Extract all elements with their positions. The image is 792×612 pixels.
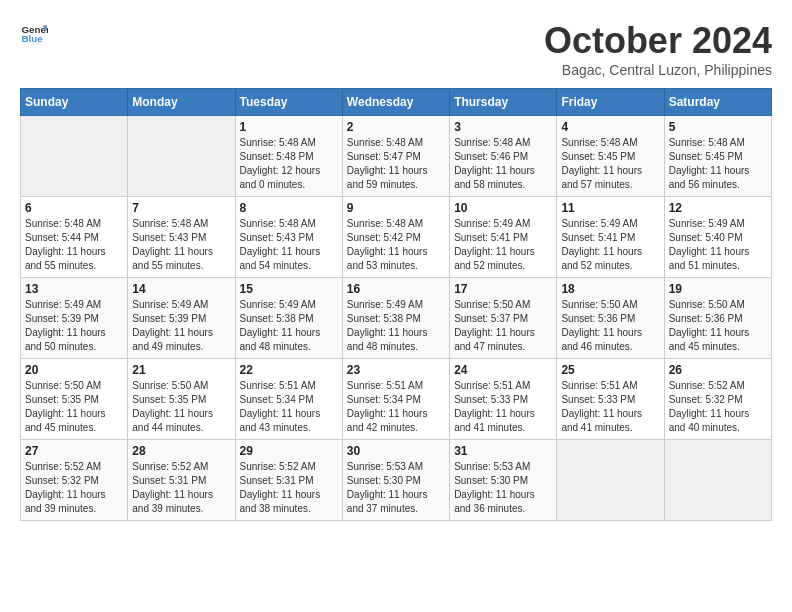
day-number: 22 [240,363,338,377]
table-row: 11 Sunrise: 5:49 AMSunset: 5:41 PMDaylig… [557,197,664,278]
day-number: 11 [561,201,659,215]
day-info: Sunrise: 5:52 AMSunset: 5:32 PMDaylight:… [669,379,767,435]
page-header: General Blue October 2024 Bagac, Central… [20,20,772,78]
calendar-week-row: 13 Sunrise: 5:49 AMSunset: 5:39 PMDaylig… [21,278,772,359]
day-info: Sunrise: 5:48 AMSunset: 5:45 PMDaylight:… [561,136,659,192]
day-number: 27 [25,444,123,458]
day-number: 13 [25,282,123,296]
table-row: 14 Sunrise: 5:49 AMSunset: 5:39 PMDaylig… [128,278,235,359]
table-row [664,440,771,521]
day-info: Sunrise: 5:53 AMSunset: 5:30 PMDaylight:… [347,460,445,516]
calendar-week-row: 6 Sunrise: 5:48 AMSunset: 5:44 PMDayligh… [21,197,772,278]
day-number: 6 [25,201,123,215]
table-row: 23 Sunrise: 5:51 AMSunset: 5:34 PMDaylig… [342,359,449,440]
day-info: Sunrise: 5:49 AMSunset: 5:38 PMDaylight:… [347,298,445,354]
day-number: 17 [454,282,552,296]
day-info: Sunrise: 5:48 AMSunset: 5:42 PMDaylight:… [347,217,445,273]
table-row: 5 Sunrise: 5:48 AMSunset: 5:45 PMDayligh… [664,116,771,197]
day-number: 16 [347,282,445,296]
svg-text:Blue: Blue [21,33,43,44]
logo-icon: General Blue [20,20,48,48]
table-row [21,116,128,197]
table-row: 6 Sunrise: 5:48 AMSunset: 5:44 PMDayligh… [21,197,128,278]
table-row [557,440,664,521]
day-info: Sunrise: 5:49 AMSunset: 5:39 PMDaylight:… [25,298,123,354]
table-row: 19 Sunrise: 5:50 AMSunset: 5:36 PMDaylig… [664,278,771,359]
table-row: 8 Sunrise: 5:48 AMSunset: 5:43 PMDayligh… [235,197,342,278]
table-row: 31 Sunrise: 5:53 AMSunset: 5:30 PMDaylig… [450,440,557,521]
calendar-table: Sunday Monday Tuesday Wednesday Thursday… [20,88,772,521]
calendar-week-row: 20 Sunrise: 5:50 AMSunset: 5:35 PMDaylig… [21,359,772,440]
day-info: Sunrise: 5:50 AMSunset: 5:37 PMDaylight:… [454,298,552,354]
day-number: 9 [347,201,445,215]
table-row: 15 Sunrise: 5:49 AMSunset: 5:38 PMDaylig… [235,278,342,359]
table-row: 12 Sunrise: 5:49 AMSunset: 5:40 PMDaylig… [664,197,771,278]
day-info: Sunrise: 5:50 AMSunset: 5:36 PMDaylight:… [669,298,767,354]
table-row: 21 Sunrise: 5:50 AMSunset: 5:35 PMDaylig… [128,359,235,440]
day-info: Sunrise: 5:50 AMSunset: 5:35 PMDaylight:… [132,379,230,435]
table-row: 20 Sunrise: 5:50 AMSunset: 5:35 PMDaylig… [21,359,128,440]
table-row: 9 Sunrise: 5:48 AMSunset: 5:42 PMDayligh… [342,197,449,278]
logo: General Blue [20,20,48,48]
table-row: 3 Sunrise: 5:48 AMSunset: 5:46 PMDayligh… [450,116,557,197]
table-row: 10 Sunrise: 5:49 AMSunset: 5:41 PMDaylig… [450,197,557,278]
calendar-header-row: Sunday Monday Tuesday Wednesday Thursday… [21,89,772,116]
table-row: 13 Sunrise: 5:49 AMSunset: 5:39 PMDaylig… [21,278,128,359]
header-friday: Friday [557,89,664,116]
day-info: Sunrise: 5:51 AMSunset: 5:34 PMDaylight:… [240,379,338,435]
day-info: Sunrise: 5:51 AMSunset: 5:33 PMDaylight:… [454,379,552,435]
day-info: Sunrise: 5:50 AMSunset: 5:36 PMDaylight:… [561,298,659,354]
table-row: 7 Sunrise: 5:48 AMSunset: 5:43 PMDayligh… [128,197,235,278]
day-number: 14 [132,282,230,296]
day-number: 19 [669,282,767,296]
day-info: Sunrise: 5:51 AMSunset: 5:33 PMDaylight:… [561,379,659,435]
table-row [128,116,235,197]
day-number: 5 [669,120,767,134]
day-number: 2 [347,120,445,134]
day-info: Sunrise: 5:52 AMSunset: 5:31 PMDaylight:… [240,460,338,516]
day-info: Sunrise: 5:51 AMSunset: 5:34 PMDaylight:… [347,379,445,435]
day-info: Sunrise: 5:53 AMSunset: 5:30 PMDaylight:… [454,460,552,516]
day-number: 21 [132,363,230,377]
table-row: 1 Sunrise: 5:48 AMSunset: 5:48 PMDayligh… [235,116,342,197]
table-row: 24 Sunrise: 5:51 AMSunset: 5:33 PMDaylig… [450,359,557,440]
day-number: 31 [454,444,552,458]
table-row: 18 Sunrise: 5:50 AMSunset: 5:36 PMDaylig… [557,278,664,359]
day-info: Sunrise: 5:48 AMSunset: 5:43 PMDaylight:… [132,217,230,273]
day-number: 26 [669,363,767,377]
day-info: Sunrise: 5:52 AMSunset: 5:32 PMDaylight:… [25,460,123,516]
table-row: 17 Sunrise: 5:50 AMSunset: 5:37 PMDaylig… [450,278,557,359]
day-number: 4 [561,120,659,134]
table-row: 2 Sunrise: 5:48 AMSunset: 5:47 PMDayligh… [342,116,449,197]
day-info: Sunrise: 5:52 AMSunset: 5:31 PMDaylight:… [132,460,230,516]
day-info: Sunrise: 5:48 AMSunset: 5:45 PMDaylight:… [669,136,767,192]
day-number: 20 [25,363,123,377]
day-info: Sunrise: 5:48 AMSunset: 5:48 PMDaylight:… [240,136,338,192]
day-info: Sunrise: 5:48 AMSunset: 5:43 PMDaylight:… [240,217,338,273]
day-info: Sunrise: 5:48 AMSunset: 5:46 PMDaylight:… [454,136,552,192]
table-row: 4 Sunrise: 5:48 AMSunset: 5:45 PMDayligh… [557,116,664,197]
calendar-week-row: 1 Sunrise: 5:48 AMSunset: 5:48 PMDayligh… [21,116,772,197]
day-number: 1 [240,120,338,134]
header-sunday: Sunday [21,89,128,116]
day-info: Sunrise: 5:48 AMSunset: 5:44 PMDaylight:… [25,217,123,273]
table-row: 28 Sunrise: 5:52 AMSunset: 5:31 PMDaylig… [128,440,235,521]
day-number: 18 [561,282,659,296]
table-row: 29 Sunrise: 5:52 AMSunset: 5:31 PMDaylig… [235,440,342,521]
table-row: 22 Sunrise: 5:51 AMSunset: 5:34 PMDaylig… [235,359,342,440]
location-subtitle: Bagac, Central Luzon, Philippines [544,62,772,78]
day-number: 24 [454,363,552,377]
table-row: 27 Sunrise: 5:52 AMSunset: 5:32 PMDaylig… [21,440,128,521]
day-number: 25 [561,363,659,377]
day-info: Sunrise: 5:50 AMSunset: 5:35 PMDaylight:… [25,379,123,435]
table-row: 16 Sunrise: 5:49 AMSunset: 5:38 PMDaylig… [342,278,449,359]
day-number: 7 [132,201,230,215]
day-number: 28 [132,444,230,458]
table-row: 30 Sunrise: 5:53 AMSunset: 5:30 PMDaylig… [342,440,449,521]
header-thursday: Thursday [450,89,557,116]
header-wednesday: Wednesday [342,89,449,116]
day-number: 12 [669,201,767,215]
month-title: October 2024 [544,20,772,62]
day-info: Sunrise: 5:49 AMSunset: 5:40 PMDaylight:… [669,217,767,273]
day-info: Sunrise: 5:48 AMSunset: 5:47 PMDaylight:… [347,136,445,192]
